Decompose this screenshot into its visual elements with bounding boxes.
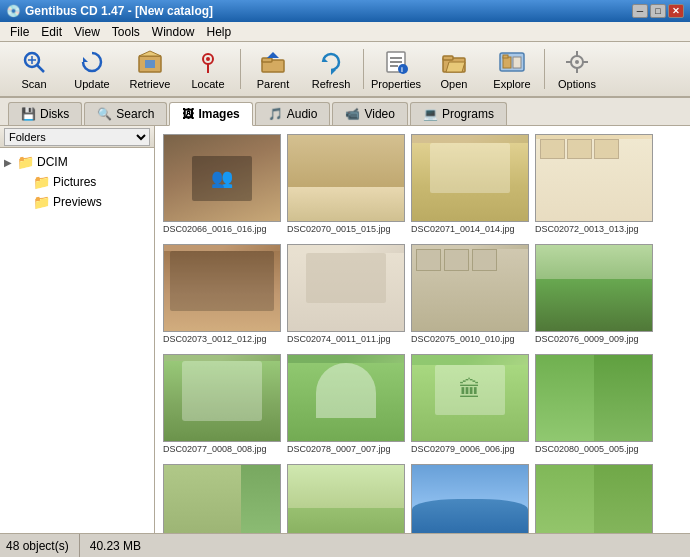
folder-tree: ▶ 📁 DCIM 📁 Pictures 📁 Previews	[0, 148, 154, 533]
images-icon: 🖼	[182, 107, 194, 121]
folder-previews[interactable]: 📁 Previews	[4, 192, 150, 212]
image-thumb-11[interactable]: 🏛	[411, 354, 529, 442]
scan-label: Scan	[21, 78, 46, 90]
status-size: 40.23 MB	[90, 534, 151, 557]
image-thumb-9[interactable]	[163, 354, 281, 442]
image-thumb-2[interactable]	[287, 134, 405, 222]
menu-file[interactable]: File	[4, 23, 35, 41]
tab-search[interactable]: 🔍 Search	[84, 102, 167, 125]
caption-6: DSC02074_0011_011.jpg	[287, 334, 405, 344]
caption-1: DSC02066_0016_016.jpg	[163, 224, 281, 234]
image-row-2	[163, 244, 682, 332]
minimize-button[interactable]: ─	[632, 4, 648, 18]
image-thumb-3[interactable]	[411, 134, 529, 222]
menu-tools[interactable]: Tools	[106, 23, 146, 41]
folder-label: DCIM	[37, 155, 68, 169]
toolbar-separator-1	[240, 49, 241, 89]
svg-point-28	[575, 60, 579, 64]
image-area[interactable]: 👥	[155, 126, 690, 533]
menu-edit[interactable]: Edit	[35, 23, 68, 41]
scan-button[interactable]: Scan	[6, 45, 62, 93]
size-value: 40.23 MB	[90, 539, 141, 553]
tab-audio[interactable]: 🎵 Audio	[255, 102, 331, 125]
svg-marker-14	[331, 70, 336, 75]
menu-window[interactable]: Window	[146, 23, 201, 41]
tab-programs[interactable]: 💻 Programs	[410, 102, 507, 125]
status-objects: 48 object(s)	[6, 534, 80, 557]
image-thumb-15[interactable]	[411, 464, 529, 533]
video-icon: 📹	[345, 107, 360, 121]
folder-dcim[interactable]: ▶ 📁 DCIM	[4, 152, 150, 172]
programs-icon: 💻	[423, 107, 438, 121]
explore-button[interactable]: Explore	[484, 45, 540, 93]
caption-row-2: DSC02073_0012_012.jpg DSC02074_0011_011.…	[163, 334, 682, 344]
folder-icon-previews: 📁	[33, 194, 50, 210]
close-button[interactable]: ✕	[668, 4, 684, 18]
update-icon	[78, 48, 106, 76]
folder-icon-pictures: 📁	[33, 174, 50, 190]
svg-point-19	[398, 64, 408, 74]
image-thumb-14[interactable]	[287, 464, 405, 533]
caption-12: DSC02080_0005_005.jpg	[535, 444, 653, 454]
properties-label: Properties	[371, 78, 421, 90]
image-thumb-16[interactable]	[535, 464, 653, 533]
folder-icon: 📁	[17, 154, 34, 170]
parent-label: Parent	[257, 78, 289, 90]
search-icon: 🔍	[97, 107, 112, 121]
image-thumb-8[interactable]	[535, 244, 653, 332]
image-thumb-13[interactable]	[163, 464, 281, 533]
toolbar-separator-2	[363, 49, 364, 89]
retrieve-label: Retrieve	[130, 78, 171, 90]
locate-button[interactable]: Locate	[180, 45, 236, 93]
properties-button[interactable]: i Properties	[368, 45, 424, 93]
caption-7: DSC02075_0010_010.jpg	[411, 334, 529, 344]
toolbar-separator-3	[544, 49, 545, 89]
svg-marker-12	[267, 52, 279, 58]
image-thumb-4[interactable]	[535, 134, 653, 222]
folder-label-pictures: Pictures	[53, 175, 96, 189]
open-label: Open	[441, 78, 468, 90]
menu-help[interactable]: Help	[201, 23, 238, 41]
image-row-3: 🏛	[163, 354, 682, 442]
folder-pictures[interactable]: 📁 Pictures	[4, 172, 150, 192]
menu-view[interactable]: View	[68, 23, 106, 41]
options-label: Options	[558, 78, 596, 90]
app-icon: 💿	[6, 4, 21, 18]
image-thumb-1[interactable]: 👥	[163, 134, 281, 222]
image-thumb-5[interactable]	[163, 244, 281, 332]
toolbar: Scan Update Retrieve Locat	[0, 42, 690, 98]
caption-9: DSC02077_0008_008.jpg	[163, 444, 281, 454]
tab-images[interactable]: 🖼 Images	[169, 102, 252, 126]
svg-rect-22	[443, 56, 453, 60]
refresh-button[interactable]: Refresh	[303, 45, 359, 93]
options-button[interactable]: Options	[549, 45, 605, 93]
scan-icon	[20, 48, 48, 76]
folders-dropdown[interactable]: Folders	[4, 128, 150, 146]
svg-rect-26	[513, 57, 521, 68]
retrieve-icon	[136, 48, 164, 76]
tab-disks[interactable]: 💾 Disks	[8, 102, 82, 125]
disks-icon: 💾	[21, 107, 36, 121]
parent-icon	[259, 48, 287, 76]
window-title: Gentibus CD 1.47 - [New catalog]	[25, 4, 213, 18]
svg-rect-7	[145, 60, 155, 68]
parent-button[interactable]: Parent	[245, 45, 301, 93]
maximize-button[interactable]: □	[650, 4, 666, 18]
image-thumb-12[interactable]	[535, 354, 653, 442]
update-label: Update	[74, 78, 109, 90]
open-button[interactable]: Open	[426, 45, 482, 93]
image-thumb-7[interactable]	[411, 244, 529, 332]
folder-label-previews: Previews	[53, 195, 102, 209]
image-thumb-10[interactable]	[287, 354, 405, 442]
tab-video[interactable]: 📹 Video	[332, 102, 407, 125]
objects-count: 48 object(s)	[6, 539, 69, 553]
retrieve-button[interactable]: Retrieve	[122, 45, 178, 93]
tabbar: 💾 Disks 🔍 Search 🖼 Images 🎵 Audio 📹 Vide…	[0, 98, 690, 126]
caption-2: DSC02070_0015_015.jpg	[287, 224, 405, 234]
update-button[interactable]: Update	[64, 45, 120, 93]
caption-8: DSC02076_0009_009.jpg	[535, 334, 653, 344]
explore-icon	[498, 48, 526, 76]
image-thumb-6[interactable]	[287, 244, 405, 332]
svg-marker-4	[83, 57, 88, 62]
explore-label: Explore	[493, 78, 530, 90]
